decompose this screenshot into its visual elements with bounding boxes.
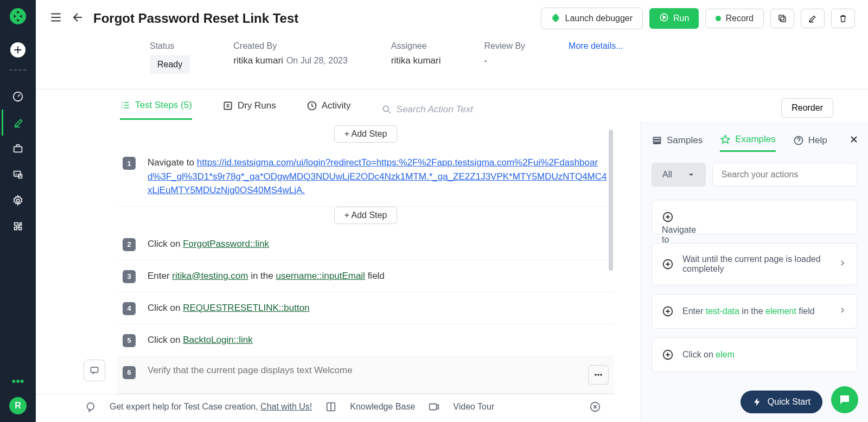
svg-point-14 <box>600 374 602 375</box>
created-label: Created By <box>233 41 348 51</box>
device-icon[interactable] <box>2 162 34 188</box>
svg-point-12 <box>595 374 596 375</box>
svg-rect-1 <box>14 146 22 152</box>
more-details-link[interactable]: More details... <box>569 41 623 51</box>
tab-test-steps[interactable]: Test Steps (5) <box>120 100 192 120</box>
search-action[interactable] <box>381 104 505 115</box>
svg-rect-21 <box>653 143 660 144</box>
filter-dropdown[interactable]: All <box>652 163 706 187</box>
chat-link[interactable]: Chat with Us! <box>260 402 312 411</box>
plus-icon <box>662 258 674 270</box>
step-1-url[interactable]: https://id.testsigma.com/ui/login?redire… <box>148 157 607 195</box>
page-title: Forgot Password Reset Link Test <box>93 11 532 26</box>
step-6-input[interactable]: 6 <box>117 356 614 394</box>
logo-icon[interactable] <box>8 7 28 26</box>
gear-icon[interactable] <box>2 188 34 214</box>
add-step-button[interactable]: + Add Step <box>334 125 398 143</box>
svg-rect-8 <box>224 102 231 109</box>
svg-rect-20 <box>653 140 660 142</box>
reorder-button[interactable]: Reorder <box>781 98 833 118</box>
sidebar-divider <box>9 69 27 71</box>
more-icon[interactable]: ••• <box>11 374 24 388</box>
add-step-button-2[interactable]: + Add Step <box>334 207 398 224</box>
tab-dry-runs[interactable]: Dry Runs <box>222 100 276 119</box>
chat-bubble-icon <box>838 393 851 406</box>
bug-icon <box>551 12 561 24</box>
new-step-input[interactable] <box>148 365 576 376</box>
chevron-right-icon <box>838 259 847 270</box>
svg-point-4 <box>16 199 20 202</box>
chevron-right-icon <box>838 306 847 317</box>
plus-icon: Navigate to test-data <box>662 211 674 223</box>
run-button[interactable]: Run <box>649 8 699 29</box>
svg-rect-11 <box>91 367 98 372</box>
status-badge: Ready <box>150 55 190 74</box>
step-2[interactable]: 2 Click on ForgotPassword::link <box>117 228 614 260</box>
hamburger-icon[interactable] <box>49 10 63 27</box>
edit-button[interactable] <box>801 9 825 28</box>
chat-icon <box>85 401 97 413</box>
rp-tab-examples[interactable]: Examples <box>720 134 776 152</box>
extension-icon[interactable] <box>2 214 34 240</box>
chat-icon-badge[interactable] <box>84 360 105 381</box>
svg-point-13 <box>597 374 599 375</box>
svg-point-10 <box>383 106 388 111</box>
edit-icon[interactable] <box>2 110 34 136</box>
record-button[interactable]: Record <box>705 9 764 28</box>
add-icon[interactable] <box>10 42 25 57</box>
briefcase-icon[interactable] <box>2 136 34 162</box>
rp-tab-samples[interactable]: Samples <box>652 135 703 151</box>
example-navigate[interactable]: Navigate to test-data <box>652 200 857 234</box>
status-label: Status <box>150 41 190 51</box>
lightning-icon <box>752 397 762 407</box>
search-input[interactable] <box>397 104 505 115</box>
example-click[interactable]: Click on elem <box>652 337 857 372</box>
quick-start-button[interactable]: Quick Start <box>741 391 822 413</box>
book-icon <box>325 401 337 413</box>
svg-rect-6 <box>781 17 786 22</box>
step-menu-button[interactable] <box>588 365 609 385</box>
right-panel: Samples Examples Help All <box>640 121 868 422</box>
panel-close-icon[interactable] <box>848 134 859 147</box>
kb-link[interactable]: Knowledge Base <box>350 402 415 412</box>
launch-debugger-button[interactable]: Launch debugger <box>541 8 643 29</box>
meta-row: Status Ready Created By ritika kumariOn … <box>36 37 868 89</box>
dashboard-icon[interactable] <box>2 84 34 110</box>
plus-icon <box>662 305 674 317</box>
step-3[interactable]: 3 Enter ritika@testing.com in the userna… <box>117 260 614 292</box>
example-wait[interactable]: Wait until the current page is loaded co… <box>652 243 857 285</box>
topbar: Forgot Password Reset Link Test Launch d… <box>36 0 868 37</box>
chevron-down-icon <box>687 171 695 178</box>
tab-activity[interactable]: Activity <box>307 100 351 119</box>
tabs-row: Test Steps (5) Dry Runs Activity Reorder <box>36 89 868 121</box>
search-icon <box>381 104 392 115</box>
chat-fab[interactable] <box>831 386 858 413</box>
delete-button[interactable] <box>831 9 855 28</box>
back-icon[interactable] <box>72 11 85 26</box>
left-sidebar: ••• R <box>0 0 36 422</box>
footer-bar: Get expert help for Test Case creation, … <box>36 394 614 419</box>
svg-rect-17 <box>430 404 437 410</box>
example-enter[interactable]: Enter test-data in the element field <box>652 294 857 329</box>
step-5[interactable]: 5 Click on BacktoLogin::link <box>117 324 614 356</box>
video-icon <box>428 401 440 413</box>
scrollbar-thumb[interactable] <box>609 130 613 271</box>
play-icon <box>659 12 669 24</box>
plus-icon <box>662 349 674 361</box>
rp-tab-help[interactable]: Help <box>793 135 827 151</box>
actions-search-input[interactable] <box>712 163 857 187</box>
step-1[interactable]: 1 Navigate to https://id.testsigma.com/u… <box>117 147 614 207</box>
assignee-label: Assignee <box>391 41 441 51</box>
close-icon[interactable] <box>589 401 601 413</box>
svg-rect-7 <box>779 15 784 20</box>
step-4[interactable]: 4 Click on REQUESTRESETLINK::button <box>117 292 614 324</box>
record-icon <box>716 16 721 21</box>
copy-button[interactable] <box>770 9 794 28</box>
video-link[interactable]: Video Tour <box>453 402 494 412</box>
avatar[interactable]: R <box>9 397 27 414</box>
svg-rect-19 <box>653 137 660 139</box>
review-label: Review By <box>484 41 525 51</box>
